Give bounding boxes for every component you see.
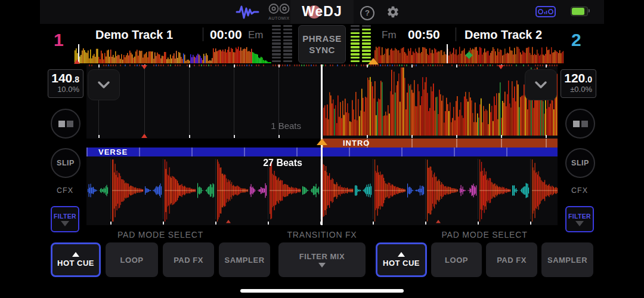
- deck1-meter-right: [283, 25, 292, 62]
- deck2-pad-mode-group: HOT CUE LOOP PAD FX SAMPLER: [376, 242, 593, 277]
- filter-label: FILTER: [54, 213, 76, 220]
- playhead-phrase-marker-icon: [317, 139, 327, 145]
- chevron-down-icon: [96, 78, 112, 92]
- deck2-tempo-percent: ±0.0%: [561, 85, 592, 94]
- deck1-time: 00:00: [210, 26, 242, 43]
- deck1-level-meter: [272, 25, 292, 62]
- settings-gear-icon[interactable]: [386, 5, 400, 19]
- deck1-cue-marker-icon: [74, 59, 80, 64]
- deck1-track-title[interactable]: Demo Track 1: [95, 26, 173, 43]
- deck2-overview-playhead: [447, 44, 448, 63]
- headphone-cue-icon: [67, 121, 73, 127]
- deck1-bpm-display[interactable]: 140.8 10.0%: [48, 69, 83, 98]
- deck2-bpm-display[interactable]: 120.0 ±0.0%: [561, 69, 596, 98]
- divider: [203, 27, 203, 41]
- transition-fx-select-button[interactable]: FILTER MIX: [278, 242, 366, 277]
- dropdown-triangle-icon: [575, 221, 584, 226]
- deck1-hot-cue-button[interactable]: HOT CUE: [51, 242, 101, 277]
- help-mark: ?: [365, 8, 370, 17]
- deck1-tempo-percent: 10.0%: [48, 85, 79, 94]
- transition-fx-label: TRANSITION FX: [262, 230, 382, 239]
- headphone-cue-icon: [581, 121, 588, 127]
- deck2-bpm-value: 120: [564, 71, 585, 85]
- deck2-time: 00:50: [408, 26, 440, 43]
- deck2-phrase-marker-icon: [368, 58, 379, 64]
- deck1-loop-button[interactable]: LOOP: [106, 242, 158, 277]
- deck1-pad-mode-group: HOT CUE LOOP PAD FX SAMPLER: [51, 242, 270, 277]
- deck2-loop-button[interactable]: LOOP: [431, 242, 482, 277]
- pad-label: LOOP: [120, 256, 144, 265]
- deck1-bpm-value: 140: [51, 71, 72, 85]
- deck1-slip-button[interactable]: SLIP: [51, 148, 80, 178]
- deck1-collapse-button[interactable]: [88, 69, 120, 100]
- deck2-bpm-decimal: .0: [585, 75, 592, 84]
- slip-label: SLIP: [57, 159, 75, 167]
- automix-button[interactable]: AUTOMIX: [267, 3, 291, 20]
- deck2-sampler-button[interactable]: SAMPLER: [541, 242, 593, 277]
- pad-label: SAMPLER: [224, 256, 264, 265]
- deck1-pad-fx-button[interactable]: PAD FX: [163, 242, 214, 277]
- deck2-hot-cue-button[interactable]: HOT CUE: [376, 242, 427, 277]
- deck1-headphone-cue-button[interactable]: [51, 109, 80, 139]
- pad-mode-select-label-left: PAD MODE SELECT: [51, 230, 270, 239]
- deck1-bpm-decimal: .8: [72, 75, 79, 84]
- deck1-beats-countdown: 1 Beats: [236, 121, 301, 131]
- deck2-key: Fm: [382, 28, 397, 42]
- headphone-cue-icon: [58, 121, 65, 127]
- slip-label: SLIP: [571, 159, 589, 167]
- filter-label: FILTER: [568, 213, 591, 220]
- dj-controller-icon[interactable]: [535, 6, 556, 17]
- deck2-number: 2: [571, 30, 581, 50]
- deck2-headphone-cue-button[interactable]: [565, 109, 595, 139]
- deck2-slip-button[interactable]: SLIP: [565, 148, 595, 178]
- dropdown-triangle-icon: [61, 221, 69, 226]
- deck2-meter-right: [362, 25, 371, 62]
- automix-icon: [268, 3, 290, 14]
- deck1-cfx-label: CFX: [51, 186, 79, 195]
- deck1-sampler-button[interactable]: SAMPLER: [219, 242, 270, 277]
- divider: [456, 27, 456, 41]
- deck1-key: Em: [248, 28, 264, 42]
- deck1-number: 1: [54, 30, 64, 50]
- active-indicator-icon: [398, 252, 405, 257]
- deck1-cfx-filter-button[interactable]: FILTER: [51, 206, 79, 232]
- automix-label: AUTOMIX: [267, 16, 291, 20]
- header-bar: AUTOMIX WeDJ ?: [40, 0, 604, 24]
- dropdown-triangle-icon: [318, 263, 326, 268]
- deck2-track-title[interactable]: Demo Track 2: [465, 26, 542, 43]
- deck1-meter-left: [272, 25, 281, 62]
- deck2-level-meter: [351, 25, 371, 62]
- transition-fx-selected: FILTER MIX: [299, 252, 345, 261]
- deck2-pad-fx-button[interactable]: PAD FX: [486, 242, 537, 277]
- deck2-phrase-label: VERSE: [98, 148, 128, 156]
- pad-label: PAD FX: [174, 256, 203, 265]
- deck2-beats-countdown: 27 Beats: [237, 158, 302, 168]
- wedj-app: AUTOMIX WeDJ ? 1 2 Demo Track 1 00:00 Em…: [0, 0, 644, 298]
- pad-label: LOOP: [445, 256, 468, 265]
- headphone-cue-icon: [573, 121, 580, 127]
- chevron-down-icon: [533, 78, 549, 92]
- deck2-meter-left: [351, 25, 360, 62]
- home-indicator[interactable]: [240, 289, 404, 293]
- deck2-collapse-button[interactable]: [525, 69, 557, 100]
- deck1-overview-waveform[interactable]: [75, 45, 271, 63]
- deck2-cfx-label: CFX: [565, 186, 594, 195]
- active-indicator-icon: [72, 252, 79, 257]
- pad-label: HOT CUE: [383, 259, 420, 268]
- pad-label: PAD FX: [497, 256, 527, 265]
- battery-icon: [571, 7, 588, 16]
- waveform-view-icon[interactable]: [236, 4, 259, 20]
- deck1-phrase-label: INTRO: [343, 139, 370, 148]
- help-icon[interactable]: ?: [360, 6, 374, 20]
- pad-mode-select-label-right: PAD MODE SELECT: [376, 230, 593, 239]
- waveform-display[interactable]: 1 Beats INTRO VERSE 27 Beats: [86, 64, 558, 225]
- deck2-cfx-filter-button[interactable]: FILTER: [565, 206, 594, 232]
- app-title: WeDJ: [290, 4, 354, 20]
- pad-label: HOT CUE: [57, 259, 94, 268]
- pad-label: SAMPLER: [547, 256, 587, 265]
- battery-fill: [572, 8, 584, 15]
- phrase-sync-button[interactable]: PHRASE SYNC: [298, 25, 346, 63]
